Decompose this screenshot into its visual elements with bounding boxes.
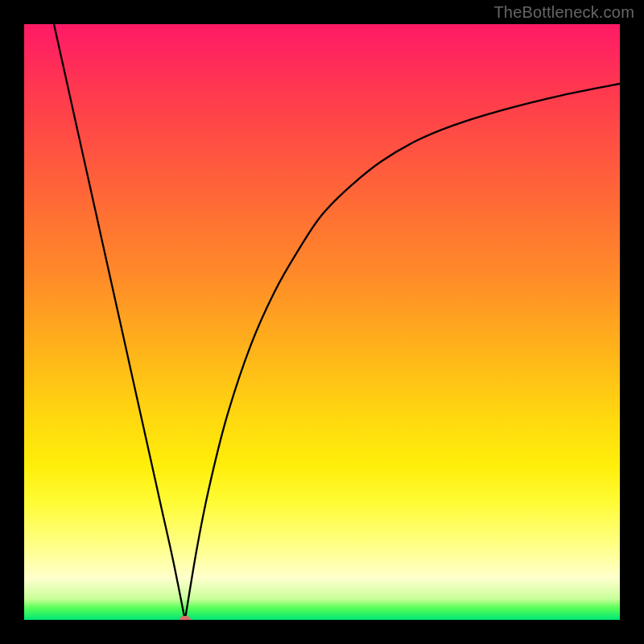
chart-frame: TheBottleneck.com <box>0 0 644 644</box>
minimum-marker <box>180 616 191 620</box>
bottleneck-curve <box>54 24 620 620</box>
plot-area <box>24 24 620 620</box>
watermark-text: TheBottleneck.com <box>493 3 634 22</box>
curve-svg <box>24 24 620 620</box>
